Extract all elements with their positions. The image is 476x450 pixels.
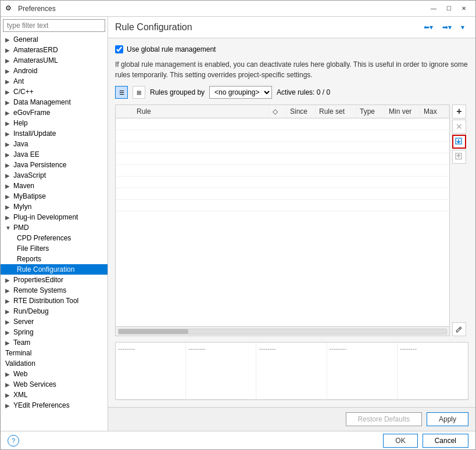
maximize-button[interactable]: ☐	[442, 3, 456, 14]
bottom-bar: Restore Defaults Apply	[108, 407, 475, 431]
footer: ? OK Cancel	[1, 431, 475, 449]
table-row	[116, 200, 449, 211]
sidebar-item-ant[interactable]: ▶ Ant	[1, 76, 108, 87]
apply-button[interactable]: Apply	[427, 412, 468, 426]
sidebar-item-android[interactable]: ▶ Android	[1, 66, 108, 76]
sidebar-label: File Filters	[17, 244, 49, 253]
sidebar-item-server[interactable]: ▶ Server	[1, 316, 108, 327]
import-rule-button[interactable]	[452, 135, 466, 149]
export-rule-button[interactable]	[452, 150, 466, 164]
sidebar-label: Run/Debug	[13, 307, 49, 315]
sidebar-item-cpd-preferences[interactable]: CPD Preferences	[1, 233, 108, 243]
table-body	[116, 118, 449, 326]
sidebar-label: AmaterasERD	[13, 46, 58, 54]
col-check	[116, 105, 133, 118]
sidebar-item-pmd[interactable]: ▼ PMD	[1, 222, 108, 233]
titlebar: ⚙ Preferences — ☐ ✕	[1, 1, 475, 17]
restore-defaults-button[interactable]: Restore Defaults	[346, 412, 422, 426]
col-diamond: ◇	[269, 105, 287, 118]
ok-button[interactable]: OK	[383, 434, 417, 448]
sidebar-item-egovframe[interactable]: ▶ eGovFrame	[1, 107, 108, 118]
sidebar-label: Java	[13, 140, 28, 148]
table-row	[116, 118, 449, 130]
sidebar-item-validation[interactable]: Validation	[1, 358, 108, 369]
sidebar-item-java[interactable]: ▶ Java	[1, 139, 108, 149]
edit-rule-button[interactable]	[452, 322, 466, 336]
sidebar-item-amateraserd[interactable]: ▶ AmaterasERD	[1, 45, 108, 55]
add-rule-button[interactable]: +	[452, 105, 466, 118]
sidebar-item-yedit-preferences[interactable]: ▶ YEdit Preferences	[1, 400, 108, 411]
sidebar-label: Validation	[5, 359, 35, 368]
table-row	[116, 130, 449, 142]
panel-title: Rule Configuration	[115, 22, 192, 33]
filter-input[interactable]	[3, 19, 105, 32]
sidebar-item-team[interactable]: ▶ Team	[1, 337, 108, 348]
sidebar-label: Reports	[17, 255, 41, 263]
sidebar-item-maven[interactable]: ▶ Maven	[1, 181, 108, 191]
scrollbar-track[interactable]	[118, 329, 447, 334]
sidebar-item-rule-configuration[interactable]: Rule Configuration	[1, 264, 108, 275]
sidebar-label: XML	[13, 391, 28, 399]
expand-arrow: ▶	[5, 319, 12, 325]
nav-menu-button[interactable]: ▾	[457, 21, 468, 33]
sidebar-label: Spring	[13, 328, 34, 336]
sidebar-item-mybatipse[interactable]: ▶ MyBatipse	[1, 191, 108, 201]
buttons-spacer	[452, 165, 468, 319]
sidebar-item-web[interactable]: ▶ Web	[1, 369, 108, 379]
view-list-button[interactable]: ☰	[115, 86, 128, 99]
cancel-button[interactable]: Cancel	[423, 434, 468, 448]
sidebar-item-properties-editor[interactable]: ▶ PropertiesEditor	[1, 275, 108, 285]
expand-arrow: ▶	[5, 193, 12, 200]
sidebar-item-run-debug[interactable]: ▶ Run/Debug	[1, 306, 108, 316]
close-button[interactable]: ✕	[457, 3, 471, 14]
sidebar-item-c-cpp[interactable]: ▶ C/C++	[1, 87, 108, 97]
remove-rule-button[interactable]: ✕	[452, 120, 466, 134]
expand-arrow: ▶	[5, 68, 12, 74]
tree: ▶ General ▶ AmaterasERD ▶ AmaterasUML ▶ …	[1, 34, 108, 431]
forward-button[interactable]: ➡▾	[438, 21, 456, 33]
sidebar-item-reports[interactable]: Reports	[1, 254, 108, 264]
sidebar-item-java-ee[interactable]: ▶ Java EE	[1, 149, 108, 160]
sidebar-item-plugin-development[interactable]: ▶ Plug-in Development	[1, 212, 108, 222]
sidebar-item-java-persistence[interactable]: ▶ Java Persistence	[1, 160, 108, 170]
expand-arrow: ▶	[5, 152, 12, 158]
help-button[interactable]: ?	[8, 435, 19, 447]
sidebar-label: Remote Systems	[13, 286, 66, 294]
expand-arrow: ▶	[5, 329, 12, 336]
sidebar: ▶ General ▶ AmaterasERD ▶ AmaterasUML ▶ …	[1, 17, 108, 431]
table-row	[116, 188, 449, 200]
side-buttons: + ✕	[452, 105, 468, 336]
expand-arrow: ▶	[5, 141, 12, 147]
detail-grid: -------- -------- -------- -------- ----…	[116, 343, 468, 399]
horizontal-scrollbar[interactable]	[116, 326, 449, 336]
sidebar-item-amaterasuml[interactable]: ▶ AmaterasUML	[1, 55, 108, 66]
sidebar-item-data-management[interactable]: ▶ Data Management	[1, 97, 108, 107]
minimize-button[interactable]: —	[427, 3, 441, 14]
sidebar-label: Web	[13, 370, 27, 378]
global-rule-management-checkbox[interactable]	[115, 45, 123, 53]
sidebar-label: Install/Update	[13, 129, 56, 138]
expand-arrow: ▶	[5, 131, 12, 137]
view-detail-button[interactable]: ⊞	[133, 86, 145, 99]
sidebar-item-general[interactable]: ▶ General	[1, 34, 108, 45]
sidebar-item-install-update[interactable]: ▶ Install/Update	[1, 128, 108, 139]
col-rule: Rule	[133, 105, 269, 118]
detail-cell-1: --------	[116, 343, 186, 399]
sidebar-item-remote-systems[interactable]: ▶ Remote Systems	[1, 285, 108, 296]
back-button[interactable]: ⬅▾	[420, 21, 437, 33]
sidebar-item-terminal[interactable]: Terminal	[1, 348, 108, 358]
sidebar-item-xml[interactable]: ▶ XML	[1, 390, 108, 400]
sidebar-item-help[interactable]: ▶ Help	[1, 118, 108, 128]
sidebar-item-web-services[interactable]: ▶ Web Services	[1, 379, 108, 390]
scrollbar-thumb[interactable]	[119, 329, 188, 334]
sidebar-item-javascript[interactable]: ▶ JavaScript	[1, 170, 108, 181]
titlebar-buttons: — ☐ ✕	[427, 3, 471, 14]
sidebar-item-file-filters[interactable]: File Filters	[1, 243, 108, 254]
sidebar-item-mylyn[interactable]: ▶ Mylyn	[1, 201, 108, 212]
sidebar-item-spring[interactable]: ▶ Spring	[1, 327, 108, 337]
sidebar-item-rte-distribution-tool[interactable]: ▶ RTE Distribution Tool	[1, 296, 108, 306]
sidebar-label: Ant	[13, 77, 24, 85]
sidebar-label: Rule Configuration	[17, 265, 74, 273]
global-rule-management-label: Use global rule management	[127, 45, 216, 53]
groupby-select[interactable]: <no grouping> Rule set Priority	[209, 86, 272, 99]
